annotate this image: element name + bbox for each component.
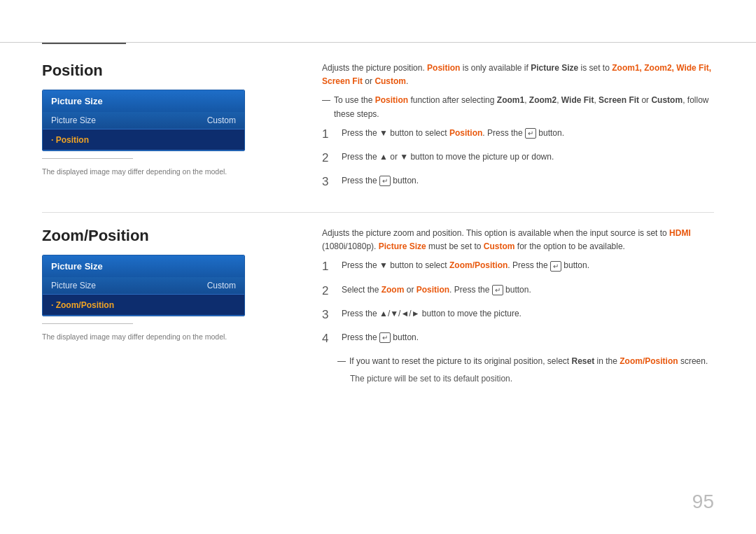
- zoom-step-2-text: Select the Zoom or Position. Press the ↵…: [342, 283, 714, 297]
- zoom-desc-hdmi: HDMI: [669, 228, 691, 238]
- zoom-footnote-text: If you want to reset the picture to its …: [349, 355, 708, 368]
- zoom-description: Adjusts the picture zoom and position. T…: [322, 227, 714, 253]
- position-dash-note: To use the Position function after selec…: [322, 94, 714, 120]
- enter-icon-4: ↵: [492, 285, 503, 295]
- section-position-right: Adjusts the picture position. Position i…: [301, 62, 714, 198]
- section-divider: [42, 212, 714, 213]
- position-ui-selected-label: · Position: [51, 135, 89, 145]
- position-steps: 1 Press the ▼ button to select Position.…: [322, 127, 714, 190]
- zoom-ui-header: Picture Size: [43, 255, 244, 277]
- zoom-step-1: 1 Press the ▼ button to select Zoom/Posi…: [322, 259, 714, 274]
- zoom-desc-picturesize: Picture Size: [379, 241, 426, 251]
- position-ui-mockup: Picture Size Picture Size Custom · Posit…: [42, 90, 245, 151]
- zoom-ui-row-value: Custom: [207, 281, 236, 290]
- position-ui-selected-row: · Position: [43, 129, 244, 150]
- section-zoom-right: Adjusts the picture zoom and position. T…: [301, 227, 714, 384]
- enter-icon-1: ↵: [525, 128, 536, 139]
- position-ui-header: Picture Size: [43, 90, 244, 112]
- zoom-step-4: 4 Press the ↵ button.: [322, 331, 714, 346]
- position-step-2-text: Press the ▲ or ▼ button to move the pict…: [342, 150, 714, 164]
- zoom-step-1-text: Press the ▼ button to select Zoom/Positi…: [342, 259, 714, 272]
- zoom-step-3-number: 3: [322, 307, 337, 323]
- section-position: Position Picture Size Picture Size Custo…: [42, 62, 714, 198]
- position-step-3-number: 3: [322, 174, 337, 190]
- section-zoom-left: Zoom/Position Picture Size Picture Size …: [42, 227, 301, 384]
- position-step-3-text: Press the ↵ button.: [342, 174, 714, 188]
- zoom-step-4-text: Press the ↵ button.: [342, 331, 714, 344]
- position-desc-picturesize: Picture Size: [531, 63, 578, 73]
- position-footnote: The displayed image may differ depending…: [42, 166, 287, 176]
- position-ui-row-value: Custom: [207, 115, 236, 125]
- zoom-steps: 1 Press the ▼ button to select Zoom/Posi…: [322, 259, 714, 346]
- position-divider: [42, 158, 133, 159]
- zoom-note: The displayed image may differ depending…: [42, 332, 227, 341]
- position-ui-row-label: Picture Size: [51, 115, 96, 125]
- position-step-2: 2 Press the ▲ or ▼ button to move the pi…: [322, 150, 714, 166]
- position-desc-custom: Custom: [374, 76, 406, 86]
- zoom-dash-note: If you want to reset the picture to its …: [337, 355, 714, 368]
- enter-icon-5: ↵: [379, 332, 391, 343]
- zoom-step-4-number: 4: [322, 331, 337, 346]
- position-step-1-text: Press the ▼ button to select Position. P…: [342, 127, 714, 140]
- zoom-ui-row: Picture Size Custom: [43, 277, 244, 294]
- enter-icon-2: ↵: [379, 176, 391, 186]
- zoom-ui-mockup: Picture Size Picture Size Custom · Zoom/…: [42, 255, 245, 316]
- position-dash-text: To use the Position function after selec…: [334, 94, 714, 120]
- zoom-step-1-number: 1: [322, 259, 337, 274]
- zoom-footnote-area: If you want to reset the picture to its …: [322, 355, 714, 384]
- zoom-footnote: The displayed image may differ depending…: [42, 331, 287, 342]
- position-step-1-number: 1: [322, 127, 337, 142]
- zoom-ui-row-label: Picture Size: [51, 281, 96, 290]
- zoom-step-3-text: Press the ▲/▼/◄/► button to move the pic…: [342, 307, 714, 321]
- section-zoom-position: Zoom/Position Picture Size Picture Size …: [42, 227, 714, 384]
- zoom-step-3: 3 Press the ▲/▼/◄/► button to move the p…: [322, 307, 714, 323]
- zoom-ui-selected-label: · Zoom/Position: [51, 300, 114, 310]
- zoom-step-2-number: 2: [322, 283, 337, 299]
- position-title: Position: [42, 62, 287, 80]
- section-position-left: Position Picture Size Picture Size Custo…: [42, 62, 301, 198]
- position-ui-row: Picture Size Custom: [43, 112, 244, 129]
- zoom-position-title: Zoom/Position: [42, 227, 287, 245]
- position-description: Adjusts the picture position. Position i…: [322, 62, 714, 88]
- position-step-2-number: 2: [322, 150, 337, 166]
- position-step-3: 3 Press the ↵ button.: [322, 174, 714, 190]
- zoom-step-2: 2 Select the Zoom or Position. Press the…: [322, 283, 714, 299]
- zoom-ui-selected-row: · Zoom/Position: [43, 294, 244, 316]
- position-note: The displayed image may differ depending…: [42, 167, 227, 176]
- enter-icon-3: ↵: [550, 261, 561, 272]
- page-number: 95: [692, 491, 714, 513]
- position-desc-highlight: Position: [427, 63, 460, 73]
- zoom-desc-custom: Custom: [484, 241, 515, 251]
- position-step-1: 1 Press the ▼ button to select Position.…: [322, 127, 714, 142]
- zoom-footnote-2: The picture will be set to its default p…: [337, 374, 714, 384]
- zoom-divider: [42, 323, 133, 324]
- top-divider-line: [0, 42, 756, 43]
